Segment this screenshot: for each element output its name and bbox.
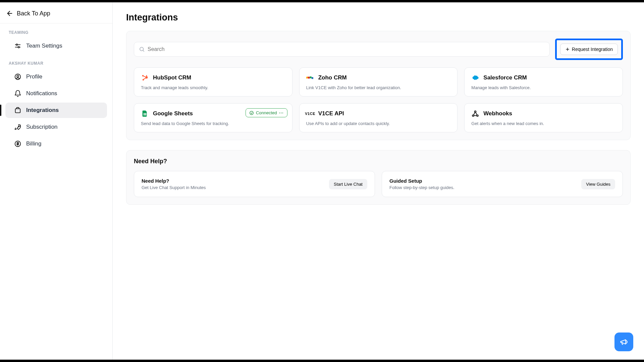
help-card-title: Need Help? [142,178,206,184]
plus-icon [565,47,570,52]
hubspot-icon [141,74,149,82]
integration-desc: Manage leads with Salesforce. [471,85,616,90]
svg-rect-19 [146,75,147,77]
request-integration-button[interactable]: Request Integration [560,44,618,55]
sidebar-item-team-settings[interactable]: Team Settings [5,38,107,54]
svg-point-8 [18,126,19,126]
package-icon [14,107,21,114]
main-content: Integrations Request Integration [113,2,644,360]
sidebar-section-user: AKSHAY KUMAR [0,54,112,68]
window-top-border [0,0,644,2]
rocket-icon [14,123,21,131]
app-shell: Back To App TEAMING Team Settings AKSHAY… [0,2,644,360]
help-grid: Need Help? Get Live Chat Support in Minu… [134,171,623,197]
help-card-guided-setup: Guided Setup Follow step-by-step setup g… [382,171,623,197]
webhook-icon [471,110,479,118]
integration-card-webhooks[interactable]: Webhooks Get alerts when a new lead come… [464,103,623,132]
integration-card-salesforce[interactable]: Salesforce CRM Manage leads with Salesfo… [464,67,623,97]
integration-desc: Send lead data to Google Sheets for trac… [141,121,285,126]
start-live-chat-button[interactable]: Start Live Chat [329,179,367,189]
help-card-live-chat: Need Help? Get Live Chat Support in Minu… [134,171,375,197]
sidebar-item-integrations[interactable]: Integrations [5,103,107,118]
svg-point-24 [250,111,254,115]
help-section-title: Need Help? [134,158,623,165]
request-integration-highlight: Request Integration [555,39,623,60]
sliders-icon [14,42,21,50]
svg-rect-7 [15,109,20,113]
svg-point-10 [140,47,144,51]
sidebar-item-notifications[interactable]: Notifications [5,86,107,101]
integration-desc: Get alerts when a new lead comes in. [471,121,616,126]
integration-name: HubSpot CRM [153,74,191,81]
connected-label: Connected [256,110,277,115]
integration-card-hubspot[interactable]: HubSpot CRM Track and manage leads smoot… [134,67,292,97]
svg-rect-21 [308,77,309,79]
sidebar-item-label: Subscription [26,124,58,130]
sidebar-item-billing[interactable]: Billing [5,136,107,152]
sidebar-item-label: Team Settings [26,43,62,49]
integration-name: Google Sheets [153,110,193,117]
search-field-wrap[interactable] [134,42,550,57]
page-title: Integrations [126,12,631,23]
integration-name: V1CE API [318,110,344,117]
integration-desc: Link V1CE with Zoho for better lead orga… [306,85,451,90]
sidebar-item-subscription[interactable]: Subscription [5,119,107,135]
google-sheets-icon [141,110,149,118]
feedback-fab[interactable] [614,333,633,351]
svg-line-11 [143,50,144,51]
integration-card-v1ce-api[interactable]: V1CE V1CE API Use APIs to add or update … [299,103,458,132]
svg-point-2 [16,44,17,45]
svg-rect-22 [310,76,311,78]
megaphone-icon [620,338,628,346]
svg-rect-20 [306,76,308,78]
integration-name: Webhooks [483,110,512,117]
salesforce-icon [471,74,479,82]
sidebar-item-label: Billing [26,140,41,147]
v1ce-icon: V1CE [306,110,314,118]
connected-badge[interactable]: Connected ··· [246,108,287,117]
back-label: Back To App [17,10,50,17]
check-circle-icon [249,111,254,115]
window-bottom-border [0,360,644,362]
svg-rect-18 [143,78,146,80]
sidebar-section-teaming: TEAMING [0,23,112,38]
request-integration-label: Request Integration [572,47,613,52]
sidebar-item-label: Integrations [26,107,59,114]
dollar-circle-icon [14,140,21,147]
help-panel: Need Help? Need Help? Get Live Chat Supp… [126,150,631,205]
integration-card-zoho[interactable]: Zoho CRM Link V1CE with Zoho for better … [299,67,458,97]
sidebar-item-label: Profile [26,73,42,80]
sidebar-item-label: Notifications [26,90,57,97]
help-card-desc: Follow step-by-step setup guides. [389,185,454,190]
integrations-panel: Request Integration HubSpot CRM Track an… [126,31,631,140]
sidebar: Back To App TEAMING Team Settings AKSHAY… [0,2,113,360]
integrations-grid: HubSpot CRM Track and manage leads smoot… [134,67,623,132]
svg-point-4 [18,47,19,48]
search-icon [139,46,145,52]
integration-desc: Track and manage leads smoothly. [141,85,285,90]
svg-rect-23 [311,77,313,79]
arrow-left-icon [6,10,13,17]
user-circle-icon [14,73,21,80]
integration-desc: Use APIs to add or update contacts quick… [306,121,451,126]
back-to-app-link[interactable]: Back To App [0,6,112,23]
svg-point-6 [17,75,19,77]
integration-name: Zoho CRM [318,74,347,81]
more-icon[interactable]: ··· [279,110,284,115]
integration-name: Salesforce CRM [483,74,527,81]
help-card-desc: Get Live Chat Support in Minutes [142,185,206,190]
search-and-request-row: Request Integration [134,39,623,60]
bell-icon [14,90,21,97]
view-guides-button[interactable]: View Guides [581,179,615,189]
zoho-icon [306,74,314,82]
integration-card-google-sheets[interactable]: Connected ··· Google Sheets Send lead da… [134,103,292,132]
help-card-title: Guided Setup [389,178,454,184]
search-input[interactable] [148,46,545,52]
sidebar-item-profile[interactable]: Profile [5,69,107,84]
